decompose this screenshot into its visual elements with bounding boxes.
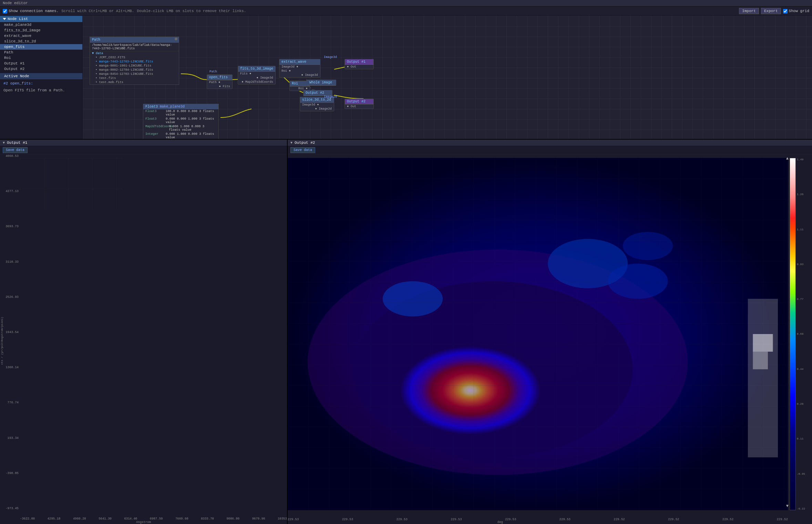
y-label-0: 4060.53: [0, 154, 20, 158]
tree-item-4[interactable]: • manga-8454-12703-LINCUBE.fits: [90, 72, 179, 76]
scroll-hint: Scroll with Ctrl+LMB or Alt+LMB.: [61, 9, 134, 13]
cb-label-8: 0.11: [797, 437, 805, 440]
output2-node[interactable]: Output #2 ● Out: [345, 99, 374, 109]
tree-item-5[interactable]: • test.fits: [90, 76, 179, 80]
sidebar-item-output1[interactable]: Output #1: [0, 61, 82, 66]
output1-titlebar: ▼ Output #1: [0, 140, 287, 146]
y-label-7: 776.74: [0, 401, 20, 404]
path-node: Path /home/malik/workspace/lab/aflak/dat…: [90, 37, 179, 85]
tree-item-3[interactable]: • manga-8002-12784-LINCUBE.fits: [90, 68, 179, 72]
sidebar-item-path[interactable]: Path: [0, 50, 82, 55]
x-label-10: 10353: [278, 517, 287, 521]
sidebar-item-slice-3d[interactable]: slice_3d_to_2d: [0, 39, 82, 44]
colorbar: 1.40 1.26 1.11 0.93 0.77 0.60 0.44 0.28 …: [790, 158, 810, 510]
tree-item-6[interactable]: • test.mob.fits: [90, 80, 179, 84]
sidebar-item-extract-wave[interactable]: extract_wave: [0, 33, 82, 39]
hm-x-7: 229.52: [668, 518, 679, 521]
double-click-hint: Double-click LMB on slots to remove thei…: [137, 9, 246, 13]
show-grid-checkbox[interactable]: Show grid: [783, 9, 809, 13]
y-label-8: 193.34: [0, 436, 20, 440]
make-plane-row-3: Integer 0.000 1.000 0.000 3 floats value: [143, 132, 218, 139]
colorbar-labels: 1.40 1.26 1.11 0.93 0.77 0.60 0.44 0.28 …: [796, 158, 805, 510]
x-axis-title: Angstrom: [136, 521, 151, 524]
ne-body: Node List make_plane3d fits_to_3d_image …: [0, 16, 812, 139]
make-plane-node[interactable]: Float3 make_plane3d Float3 100.0 0.000 0…: [143, 104, 219, 139]
show-grid-label: Show grid: [789, 9, 809, 13]
colorbar-gradient: [790, 158, 796, 510]
y-label-3: 3110.33: [0, 260, 20, 264]
show-connections-input[interactable]: [3, 9, 7, 13]
whole-image-node-1[interactable]: Whole image: [307, 80, 336, 86]
spectrum-chart: 4060.53 4277.13 3693.73 3110.33 2526.93 …: [0, 154, 287, 524]
heatmap-svg: [288, 158, 788, 510]
slice-3d-port-out: ● Image2d: [300, 107, 334, 111]
x-axis-labels: -3622.00 4295.18 4960.20 5641.30 6314.40…: [20, 517, 287, 521]
ne-titlebar: Node editor: [0, 0, 812, 7]
output2-node-title: Output #2: [345, 99, 373, 104]
heatmap-svg-wrap: ▲ ▼ 1.40 1.26 1.11 0.93 0.77 0.60 0.44: [288, 154, 812, 524]
extract-wave-node[interactable]: extract_wave Image3d ● Roi ● ● Image3d: [279, 59, 320, 78]
extract-wave-port-image: Image3d ●: [279, 65, 320, 69]
sidebar-item-output2[interactable]: Output #2: [0, 66, 82, 72]
fits-to-3d-node[interactable]: fits_to_3d_image Fits ● ● Image3d ● Map2…: [238, 66, 276, 84]
colorbar-arrow-down-icon[interactable]: ▼: [786, 504, 789, 508]
ne-toolbar-right: Import Export Show grid: [739, 8, 809, 14]
output2-panel: ▼ Output #2 Save data 42.75- 42.74- 42.7…: [288, 140, 812, 524]
y-label-1: 4277.13: [0, 190, 20, 193]
output1-panel: ▼ Output #1 Save data 4060.53 4277.13 36…: [0, 140, 288, 524]
colorbar-arrow-up-icon[interactable]: ▲: [786, 156, 789, 161]
import-button[interactable]: Import: [739, 8, 759, 14]
path-node-title-text: Path: [92, 38, 100, 42]
x-label-5: 6987.50: [150, 517, 163, 521]
show-connections-checkbox[interactable]: Show connection names.: [3, 9, 59, 13]
output1-port: ● Out: [345, 65, 373, 69]
x-label-4: 6314.40: [124, 517, 137, 521]
fits-to-3d-port-fits: Fits ●: [238, 72, 275, 76]
show-connections-label: Show connection names.: [9, 9, 59, 13]
export-button[interactable]: Export: [761, 8, 781, 14]
fits-to-3d-port-image3d: ● Image3d: [238, 76, 275, 80]
tree-item-2[interactable]: • manga-8001-1901-LINCUBE.fits: [90, 64, 179, 68]
cb-label-9: -0.05: [797, 472, 805, 475]
cb-label-4: 0.77: [797, 298, 805, 301]
path-conn-label: Path: [209, 70, 217, 73]
hm-x-8: 229.52: [722, 518, 733, 521]
make-plane-row-2: Map2dTo3dCoords 0.000 1.000 0.000 3 floa…: [143, 124, 218, 132]
open-fits-node[interactable]: open_fits Path ● ● Fits: [207, 74, 233, 89]
svg-rect-27: [748, 299, 778, 457]
output2-save-button[interactable]: Save data: [290, 147, 315, 153]
hm-x-0: 229.53: [288, 518, 299, 521]
svg-rect-2: [20, 158, 123, 210]
extract-wave-port-roi: Roi ●: [279, 69, 320, 73]
x-label-9: 9679.90: [252, 517, 265, 521]
x-label-6: 7660.60: [175, 517, 188, 521]
output1-node[interactable]: Output #1 ● Out: [345, 59, 374, 69]
cb-label-3: 0.93: [797, 263, 805, 266]
image3d-label: Image3d: [324, 56, 337, 59]
tree-item-1[interactable]: • manga-7443-12703-LINCUBE.fits: [90, 60, 179, 64]
image2d-label: Image2d: [324, 95, 337, 99]
node-canvas[interactable]: Path /home/malik/workspace/lab/aflak/dat…: [83, 16, 812, 139]
extract-wave-port-out: ● Image3d: [279, 73, 320, 77]
tree-item-0[interactable]: • JCMT_CO32.FITS: [90, 56, 179, 60]
active-node-label: Active Node: [4, 74, 29, 78]
sidebar-item-fits-to-3d[interactable]: fits_to_3d_image: [0, 28, 82, 33]
sidebar-item-open-fits[interactable]: open_fits: [0, 44, 82, 50]
heatmap-x-axis-title: deg: [497, 521, 503, 524]
sidebar-item-make-plane3d[interactable]: make_plane3d: [0, 22, 82, 28]
x-label-2: 4960.20: [73, 517, 86, 521]
svg-rect-28: [753, 334, 773, 352]
whole-image-1-title: Whole image: [307, 80, 336, 85]
ne-toolbar-left: Show connection names. Scroll with Ctrl+…: [3, 9, 246, 13]
slice-3d-node[interactable]: slice_3d_to_2d Image3d ● ● Image2d: [300, 97, 334, 111]
y-label-10: -973.45: [0, 507, 20, 510]
output1-toolbar: Save data: [0, 146, 287, 154]
cb-label-1: 1.26: [797, 193, 805, 196]
active-node-desc: Open FITS file from a Path.: [0, 88, 82, 93]
cb-label-2: 1.11: [797, 228, 805, 231]
output1-save-button[interactable]: Save data: [3, 147, 28, 153]
sidebar-item-roi[interactable]: Roi: [0, 55, 82, 61]
node-editor: Node editor Show connection names. Scrol…: [0, 0, 812, 140]
make-plane-title: Float3 make_plane3d: [143, 104, 218, 109]
show-grid-input[interactable]: [783, 9, 788, 13]
